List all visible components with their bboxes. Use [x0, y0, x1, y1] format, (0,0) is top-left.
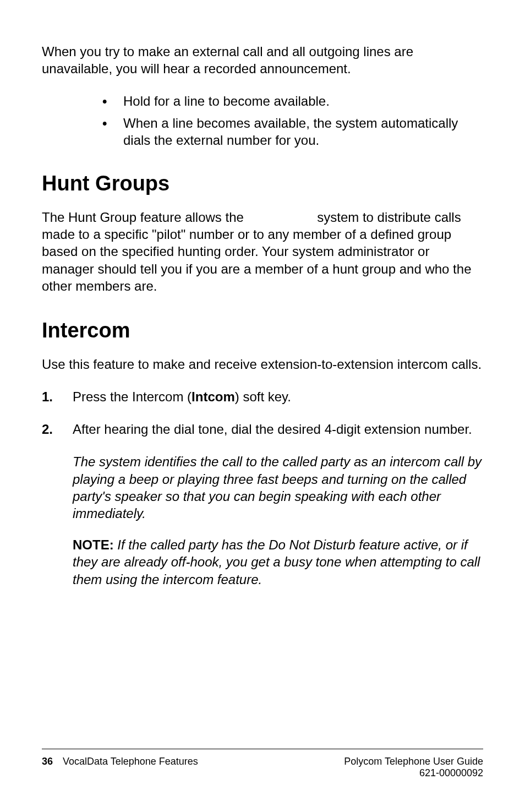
- bold-text: Intcom: [192, 389, 235, 404]
- footer-right-line1: Polycom Telephone User Guide: [344, 756, 483, 767]
- text-span: ) soft key.: [235, 389, 291, 404]
- intercom-paragraph: Use this feature to make and receive ext…: [42, 356, 483, 373]
- note-text: If the called party has the Do Not Distu…: [73, 537, 480, 586]
- list-item: 1. Press the Intercom (Intcom) soft key.: [42, 388, 483, 405]
- note-paragraph: NOTE: If the called party has the Do Not…: [42, 536, 483, 588]
- page-number: 36: [42, 756, 53, 779]
- intercom-heading: Intercom: [42, 319, 483, 342]
- footer-right-line2: 621-00000092: [344, 767, 483, 779]
- bullet-item: When a line becomes available, the syste…: [102, 115, 483, 149]
- footer-divider: [42, 749, 483, 749]
- bullet-list: Hold for a line to become available. Whe…: [42, 92, 483, 149]
- step-number: 2.: [42, 421, 53, 438]
- hunt-groups-heading: Hunt Groups: [42, 172, 483, 195]
- text-span: After hearing the dial tone, dial the de…: [73, 422, 472, 437]
- intro-paragraph: When you try to make an external call an…: [42, 43, 483, 77]
- bullet-item: Hold for a line to become available.: [102, 92, 483, 110]
- sub-paragraph: The system identifies the call to the ca…: [42, 453, 483, 522]
- step-number: 1.: [42, 388, 53, 405]
- footer-right: Polycom Telephone User Guide 621-0000009…: [344, 756, 483, 779]
- list-item: 2. After hearing the dial tone, dial the…: [42, 421, 483, 438]
- text-span: Press the Intercom (: [73, 389, 192, 404]
- text-span: The Hunt Group feature allows the: [42, 210, 248, 225]
- footer-row: 36 VocalData Telephone Features Polycom …: [42, 756, 483, 779]
- hunt-groups-paragraph: The Hunt Group feature allows the system…: [42, 209, 483, 295]
- footer-left-text: VocalData Telephone Features: [63, 756, 198, 779]
- numbered-list: 1. Press the Intercom (Intcom) soft key.…: [42, 388, 483, 438]
- page-footer: 36 VocalData Telephone Features Polycom …: [42, 749, 483, 779]
- footer-left: 36 VocalData Telephone Features: [42, 756, 198, 779]
- note-label: NOTE:: [73, 537, 114, 552]
